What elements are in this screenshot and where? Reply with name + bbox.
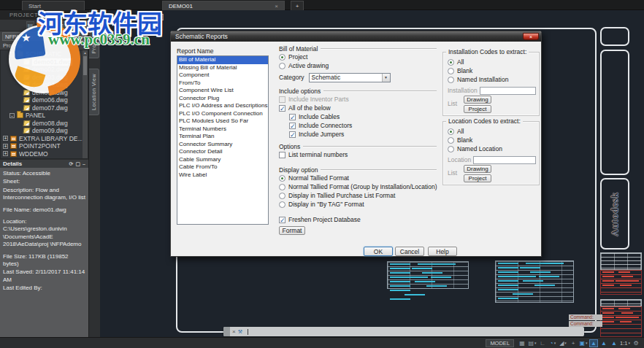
tree-item-demo01-dwg[interactable]: demo01.dwg: [1, 58, 88, 66]
file-tab-start[interactable]: Start: [22, 1, 85, 10]
installation-drawing-button[interactable]: Drawing: [464, 96, 491, 104]
commandline-tools-icon[interactable]: ⚒: [238, 327, 242, 336]
tree-item-panel[interactable]: -PANEL: [1, 112, 88, 120]
new-tab-button[interactable]: +: [291, 1, 304, 10]
include-check-include-cables[interactable]: ✓: [289, 114, 296, 120]
installation-input[interactable]: [480, 87, 536, 95]
location-drawing-button[interactable]: Drawing: [464, 165, 491, 173]
object-snap-icon[interactable]: ▣▾: [579, 339, 588, 347]
collapse-expander-icon[interactable]: -: [9, 52, 15, 57]
tree-item-wddemo[interactable]: +WDDEMO: [1, 150, 88, 158]
grid-icon[interactable]: ▦: [518, 339, 526, 347]
tree-item-demo04-dwg[interactable]: demo04.dwg: [1, 81, 88, 89]
details-header[interactable]: Details ⟳▢–: [0, 159, 88, 168]
popout-icon[interactable]: ▢: [75, 161, 80, 167]
annotation-scale-icon[interactable]: ▲: [610, 339, 618, 347]
expand-expander-icon[interactable]: +: [3, 136, 8, 141]
installation-radio-named-installation[interactable]: [448, 77, 454, 83]
expand-expander-icon[interactable]: +: [3, 151, 8, 156]
tab-project[interactable]: Project: [89, 31, 99, 58]
ok-button[interactable]: OK: [364, 247, 393, 256]
installation-radio-blank[interactable]: [448, 68, 454, 74]
polar-tracking-icon[interactable]: ◔▾: [548, 339, 557, 347]
options-check-list-terminal-numbers[interactable]: [279, 152, 285, 158]
command-line[interactable]: × ⚒: [223, 327, 584, 336]
settings-icon[interactable]: ⚙: [77, 21, 85, 29]
report-list-item[interactable]: Cable Summary: [177, 156, 268, 164]
tree-item-demo09-dwg[interactable]: demo09.dwg: [1, 127, 88, 135]
publish-icon[interactable]: ▥: [57, 21, 65, 29]
filter-icon[interactable]: ▾: [83, 43, 85, 48]
command-line-grip[interactable]: [223, 327, 230, 336]
attach-icon[interactable]: ◎: [67, 21, 75, 29]
include-check-include-connectors[interactable]: ✓: [289, 123, 296, 129]
scrollbar-thumb[interactable]: [83, 56, 87, 75]
file-tab-demo01[interactable]: DEMO01 ×: [162, 1, 285, 10]
include-check-include-jumpers[interactable]: ✓: [289, 131, 296, 138]
scroll-up-icon[interactable]: ▴: [84, 50, 86, 55]
location-input[interactable]: [473, 156, 536, 164]
category-dropdown[interactable]: Schematic ▼: [309, 73, 391, 82]
viewport-controls[interactable]: [-][Top][2D Wireframe]: [103, 13, 164, 20]
tree-item-demo07-dwg[interactable]: demo07.dwg: [1, 104, 88, 112]
ortho-icon[interactable]: ∟: [538, 339, 547, 347]
report-list-item[interactable]: Component Wire List: [177, 87, 268, 95]
bom-radio-project[interactable]: [279, 54, 285, 61]
refresh-details-icon[interactable]: ⟳: [69, 161, 74, 167]
expand-expander-icon[interactable]: +: [3, 144, 8, 149]
report-list-item[interactable]: From/To: [177, 80, 268, 88]
display-radio-display-in-by-tag-format[interactable]: [279, 201, 285, 208]
tree-item-demo05-dwg[interactable]: demo05.dwg: [1, 89, 88, 97]
cancel-button[interactable]: Cancel: [395, 247, 424, 256]
report-name-list[interactable]: Bill of MaterialMissing Bill of Material…: [177, 55, 269, 225]
report-list-item[interactable]: Component: [177, 71, 268, 80]
bom-radio-active-drawing[interactable]: [279, 63, 285, 69]
tree-item-demo06-dwg[interactable]: demo06.dwg: [1, 96, 88, 104]
tree-item-demo02-dwg[interactable]: demo02.dwg: [1, 66, 88, 74]
customization-icon[interactable]: ⚙: [632, 339, 640, 347]
location-radio-named-location[interactable]: [448, 146, 454, 152]
report-list-item[interactable]: Connector Summary: [177, 141, 268, 149]
tree-item-extra-library-demo[interactable]: +EXTRA LIBRARY DEMO: [1, 135, 88, 143]
display-radio-normal-tallied-format[interactable]: [279, 175, 285, 182]
tree-item-demo03-dwg[interactable]: demo03.dwg: [1, 74, 88, 82]
tab-location-view[interactable]: Location View: [89, 69, 99, 115]
autoscale-icon[interactable]: ▲: [599, 339, 608, 347]
tree-scrollbar[interactable]: ▴: [83, 50, 88, 158]
display-radio-normal-tallied-format-group-by-installation-location[interactable]: [279, 184, 285, 190]
report-list-item[interactable]: Bill of Material: [177, 56, 268, 64]
chevron-down-icon[interactable]: ▼: [382, 74, 390, 82]
report-list-item[interactable]: Missing Bill of Material: [177, 64, 268, 72]
tree-item-point2point[interactable]: +POINT2POINT: [1, 142, 88, 150]
report-list-item[interactable]: Connector Plug: [177, 95, 268, 103]
report-list-item[interactable]: PLC I/O Address and Descriptions: [177, 102, 268, 110]
report-list-item[interactable]: Terminal Plan: [177, 133, 268, 141]
project-selector[interactable]: NFPAdemo ▾: [2, 32, 86, 41]
location-radio-all[interactable]: [448, 128, 454, 135]
report-list-item[interactable]: PLC Modules Used So Far: [177, 117, 268, 125]
report-list-item[interactable]: Wire Label: [177, 171, 268, 179]
snap-mode-icon[interactable]: ▤▾: [528, 339, 537, 347]
project-menu-icon[interactable]: ▤: [26, 21, 34, 29]
help-button[interactable]: Help: [428, 247, 457, 256]
tree-item-schematic[interactable]: -SCHEMATIC: [1, 50, 88, 58]
report-list-item[interactable]: Cable From/To: [177, 163, 268, 171]
report-list-item[interactable]: Terminal Numbers: [177, 125, 268, 134]
installation-project-button[interactable]: Project: [464, 105, 491, 113]
location-radio-blank[interactable]: [448, 137, 454, 144]
report-list-item[interactable]: PLC I/O Component Connection: [177, 110, 268, 118]
footer-check-freshen-project-database[interactable]: ✓: [279, 217, 285, 223]
dialog-titlebar[interactable]: Schematic Reports ×: [171, 31, 541, 42]
installation-radio-all[interactable]: [448, 59, 454, 66]
collapse-icon[interactable]: –: [83, 161, 85, 167]
scale-value[interactable]: 1:1▾: [620, 340, 630, 347]
format-button[interactable]: Format: [279, 226, 305, 235]
model-button[interactable]: MODEL: [486, 339, 514, 347]
osnap-tracking-icon[interactable]: +: [569, 339, 578, 347]
display-radio-display-in-tallied-purchase-list-format[interactable]: [279, 193, 285, 199]
refresh-icon[interactable]: ⟳: [47, 21, 55, 29]
annotation-visibility-icon[interactable]: ▲: [589, 339, 598, 347]
collapse-expander-icon[interactable]: -: [9, 113, 15, 118]
isometric-drafting-icon[interactable]: ◢▾: [559, 339, 567, 347]
close-tab-icon[interactable]: ×: [275, 3, 278, 9]
